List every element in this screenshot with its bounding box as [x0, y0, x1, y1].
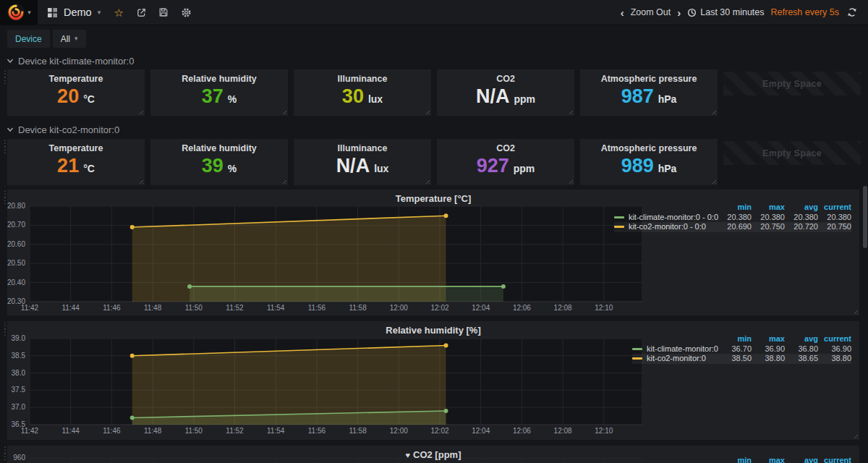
- legend-header-min[interactable]: min: [718, 456, 752, 463]
- series-fill: [132, 216, 446, 302]
- x-tick-label: 12:00: [390, 304, 408, 312]
- legend-value: 20.750: [752, 222, 785, 232]
- resize-handle[interactable]: [567, 109, 573, 114]
- settings-button[interactable]: [179, 6, 192, 19]
- stat-unit: lux: [374, 163, 388, 174]
- legend-header-current[interactable]: current: [818, 203, 851, 213]
- legend-value: 36.90: [752, 344, 785, 354]
- star-icon: ☆: [114, 7, 123, 18]
- y-tick-label: 20.60: [7, 240, 25, 248]
- legend-header-current[interactable]: current: [818, 456, 851, 463]
- apps-icon: [47, 7, 58, 18]
- legend-series-swatch[interactable]: [614, 216, 624, 218]
- resize-handle[interactable]: [281, 109, 286, 114]
- legend-series-label[interactable]: kit-climate-monitor:0: [647, 344, 718, 354]
- zoom-out-button[interactable]: Zoom Out: [631, 7, 671, 17]
- panel-title[interactable]: Relative humidity: [150, 74, 288, 84]
- legend-value: 20.690: [718, 222, 752, 232]
- stat-value: 20: [57, 87, 79, 106]
- resize-handle[interactable]: [137, 178, 143, 184]
- legend-series-swatch[interactable]: [632, 357, 642, 360]
- navbar: ▾ Demo ▾ ☆: [0, 0, 868, 25]
- scrollbar-thumb[interactable]: [863, 186, 867, 248]
- legend-header-current[interactable]: current: [818, 334, 851, 344]
- panel-title[interactable]: CO2: [437, 74, 574, 84]
- series-point: [444, 409, 448, 413]
- variable-value-dropdown[interactable]: All ▾: [53, 30, 86, 48]
- stat-unit: lux: [368, 93, 383, 105]
- legend-series-label[interactable]: kit-co2-monitor:0: [647, 354, 706, 364]
- dashboard-switcher[interactable]: Demo ▾: [38, 0, 112, 25]
- star-button[interactable]: ☆: [112, 6, 125, 19]
- legend-spacer: [632, 334, 718, 344]
- graph-panel-temperature: Temperature [°C] 11:4211:4411:4611:4811:…: [7, 190, 859, 315]
- row-drag-handle-icon[interactable]: ⋮⋮: [1, 191, 5, 204]
- panel-title[interactable]: Temperature: [7, 74, 145, 84]
- legend-header-max[interactable]: max: [752, 334, 785, 344]
- legend: minmaxavgcurrentkit-climate-monitor:036.…: [632, 334, 851, 364]
- time-range-label: Last 30 minutes: [700, 7, 764, 17]
- legend-series-label[interactable]: kit-climate-monitor:0 - 0:0: [629, 213, 718, 223]
- legend-series[interactable]: kit-climate-monitor:0: [632, 344, 718, 354]
- row-toggle-climate-monitor[interactable]: Device kit-climate-monitor:0: [7, 55, 134, 67]
- legend-header-max[interactable]: max: [752, 203, 785, 213]
- resize-handle[interactable]: [424, 109, 430, 114]
- legend-header-min[interactable]: min: [718, 334, 752, 344]
- stat-value: 987: [621, 87, 654, 106]
- panel-title[interactable]: Atmospheric pressure: [580, 74, 718, 84]
- legend-header-avg[interactable]: avg: [785, 456, 818, 463]
- panel-title[interactable]: Illuminance: [294, 74, 431, 84]
- time-shift-left-button[interactable]: ‹: [621, 7, 624, 18]
- row-drag-handle-icon[interactable]: ⋮⋮: [1, 447, 5, 460]
- legend-header-min[interactable]: min: [718, 203, 752, 213]
- x-tick-label: 12:02: [430, 427, 448, 435]
- row-drag-handle-icon[interactable]: ⋮⋮: [1, 140, 5, 153]
- resize-handle[interactable]: [567, 178, 573, 184]
- panel-title[interactable]: CO2: [437, 143, 574, 153]
- time-controls: ‹ Zoom Out › Last 30 minutes Refresh eve…: [621, 6, 868, 19]
- refresh-interval-button[interactable]: Refresh every 5s: [771, 7, 839, 17]
- y-tick-label: 20.30: [7, 297, 25, 305]
- refresh-button[interactable]: [846, 6, 859, 19]
- resize-handle[interactable]: [710, 109, 716, 114]
- save-button[interactable]: [157, 6, 170, 19]
- legend-series[interactable]: kit-co2-monitor:0: [632, 354, 718, 364]
- legend-value: 20.380: [785, 213, 818, 223]
- row-drag-handle-icon[interactable]: ⋮⋮: [1, 323, 5, 336]
- resize-handle[interactable]: [710, 178, 716, 184]
- legend-header-avg[interactable]: avg: [785, 334, 818, 344]
- resize-handle[interactable]: [281, 178, 286, 184]
- grafana-menu-button[interactable]: ▾: [0, 0, 38, 25]
- y-tick-label: 37.5: [12, 386, 26, 394]
- stat-panel-pressure: Atmospheric pressure 989hPa: [580, 139, 718, 185]
- panel-title[interactable]: Illuminance: [294, 143, 431, 153]
- legend-series-swatch[interactable]: [614, 226, 624, 228]
- stat-panel-pressure: Atmospheric pressure 987hPa: [580, 69, 718, 116]
- time-shift-right-button[interactable]: ›: [677, 7, 681, 18]
- time-range-picker[interactable]: Last 30 minutes: [687, 7, 764, 17]
- legend-series-label[interactable]: kit-co2-monitor:0 - 0:0: [629, 222, 706, 232]
- x-tick-label: 12:00: [390, 427, 408, 435]
- row-toggle-co2-monitor[interactable]: Device kit-co2-monitor:0: [7, 124, 119, 135]
- series-point: [130, 354, 135, 358]
- legend-series-swatch[interactable]: [632, 348, 642, 350]
- x-tick-label: 11:58: [349, 304, 367, 312]
- stat-unit: hPa: [658, 93, 677, 105]
- resize-handle[interactable]: [424, 178, 430, 184]
- legend-series[interactable]: kit-climate-monitor:0 - 0:0: [614, 213, 718, 223]
- legend-spacer: [614, 203, 718, 213]
- row-drag-handle-icon[interactable]: ⋮⋮: [1, 71, 5, 84]
- legend-header-max[interactable]: max: [752, 456, 785, 463]
- panel-title[interactable]: Atmospheric pressure: [580, 143, 718, 153]
- panel-title[interactable]: Temperature: [7, 143, 145, 153]
- legend-value: 38.50: [718, 354, 752, 364]
- empty-space-label: Empty Space: [762, 148, 822, 158]
- legend-value: 36.80: [785, 344, 818, 354]
- series-fill: [132, 346, 446, 425]
- legend-header-avg[interactable]: avg: [785, 203, 818, 213]
- share-button[interactable]: [135, 6, 148, 19]
- panel-title[interactable]: Relative humidity: [150, 143, 288, 153]
- legend-series[interactable]: kit-co2-monitor:0 - 0:0: [614, 222, 718, 232]
- resize-handle[interactable]: [137, 109, 143, 114]
- x-tick-label: 12:08: [554, 427, 572, 435]
